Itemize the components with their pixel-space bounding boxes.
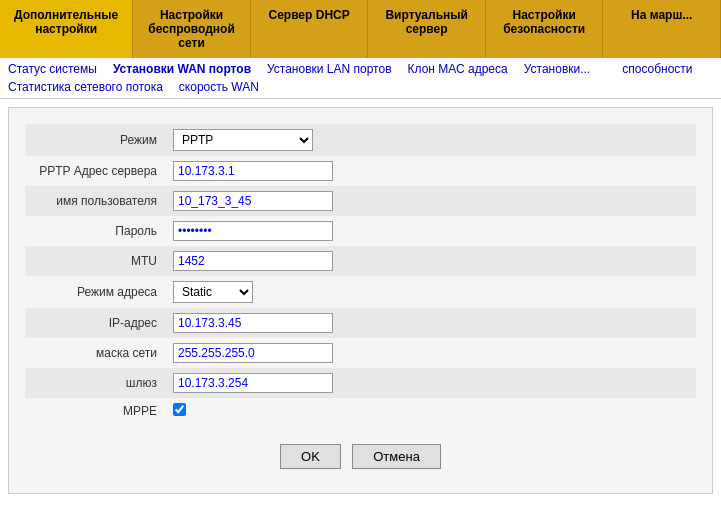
mtu-input[interactable]: [173, 251, 333, 271]
sec-nav-mac-clone[interactable]: Клон МАС адреса: [408, 62, 508, 76]
mode-cell: PPTP PPPoE DHCP Static: [165, 124, 696, 156]
password-label: Пароль: [25, 216, 165, 246]
gateway-input[interactable]: [173, 373, 333, 393]
nav-dhcp-server[interactable]: Сервер DHCP: [251, 0, 369, 58]
password-row: Пароль: [25, 216, 696, 246]
ip-address-label: IP-адрес: [25, 308, 165, 338]
server-address-input[interactable]: [173, 161, 333, 181]
nav-security-settings[interactable]: Настройки безопасности: [486, 0, 604, 58]
server-address-row: PPTP Адрес сервера: [25, 156, 696, 186]
username-cell: [165, 186, 696, 216]
server-address-cell: [165, 156, 696, 186]
mode-label: Режим: [25, 124, 165, 156]
subnet-mask-cell: [165, 338, 696, 368]
mppe-cell: [165, 398, 696, 424]
subnet-mask-label: маска сети: [25, 338, 165, 368]
mode-select[interactable]: PPTP PPPoE DHCP Static: [173, 129, 313, 151]
ip-address-cell: [165, 308, 696, 338]
mtu-row: MTU: [25, 246, 696, 276]
subnet-mask-input[interactable]: [173, 343, 333, 363]
password-cell: [165, 216, 696, 246]
sec-nav-lan-settings[interactable]: Установки LAN портов: [267, 62, 392, 76]
nav-routing-settings[interactable]: На марш...: [603, 0, 721, 58]
password-input[interactable]: [173, 221, 333, 241]
sec-nav-network-stats[interactable]: Статистика сетевого потока: [8, 80, 163, 94]
username-label: имя пользователя: [25, 186, 165, 216]
sec-nav-wan-settings[interactable]: Установки WAN портов: [113, 62, 251, 76]
address-mode-label: Режим адреса: [25, 276, 165, 308]
sec-nav-capabilities[interactable]: способности: [622, 62, 692, 76]
sec-nav-system-status[interactable]: Статус системы: [8, 62, 97, 76]
nav-additional-settings[interactable]: Дополнительные настройки: [0, 0, 133, 58]
gateway-cell: [165, 368, 696, 398]
gateway-label: шлюз: [25, 368, 165, 398]
gateway-row: шлюз: [25, 368, 696, 398]
address-mode-select[interactable]: Static Dynamic: [173, 281, 253, 303]
sec-nav-more-settings[interactable]: Установки...: [524, 62, 591, 76]
nav-virtual-server[interactable]: Виртуальный сервер: [368, 0, 486, 58]
main-content: Режим PPTP PPPoE DHCP Static PPTP Адрес …: [8, 107, 713, 494]
mppe-checkbox[interactable]: [173, 403, 186, 416]
ok-button[interactable]: OK: [280, 444, 341, 469]
top-navigation: Дополнительные настройки Настройки беспр…: [0, 0, 721, 58]
username-row: имя пользователя: [25, 186, 696, 216]
mode-row: Режим PPTP PPPoE DHCP Static: [25, 124, 696, 156]
mppe-row: MPPE: [25, 398, 696, 424]
mppe-label: MPPE: [25, 398, 165, 424]
nav-wireless-settings[interactable]: Настройки беспроводной сети: [133, 0, 251, 58]
mtu-label: MTU: [25, 246, 165, 276]
sec-nav-wan-speed[interactable]: скорость WAN: [179, 80, 259, 94]
ip-address-input[interactable]: [173, 313, 333, 333]
mtu-cell: [165, 246, 696, 276]
address-mode-row: Режим адреса Static Dynamic: [25, 276, 696, 308]
settings-form: Режим PPTP PPPoE DHCP Static PPTP Адрес …: [25, 124, 696, 424]
cancel-button[interactable]: Отмена: [352, 444, 441, 469]
server-address-label: PPTP Адрес сервера: [25, 156, 165, 186]
address-mode-cell: Static Dynamic: [165, 276, 696, 308]
username-input[interactable]: [173, 191, 333, 211]
ip-address-row: IP-адрес: [25, 308, 696, 338]
secondary-navigation: Статус системы Установки WAN портов Уста…: [0, 58, 721, 99]
subnet-mask-row: маска сети: [25, 338, 696, 368]
buttons-row: OK Отмена: [25, 436, 696, 477]
